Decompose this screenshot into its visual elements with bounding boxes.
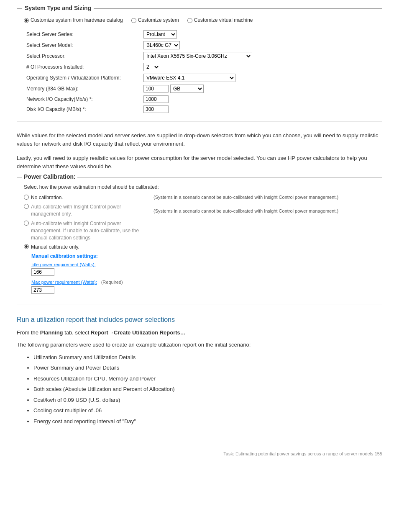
- bullet-item-4: Cost/kwh of 0.09 USD (U.S. dollars): [33, 396, 382, 404]
- radio-auto-cal-only[interactable]: Auto-calibrate with Insight Control powe…: [24, 203, 149, 218]
- radio-icon-vm: [187, 18, 192, 23]
- paragraph-power: Lastly, you will need to supply realisti…: [17, 154, 382, 171]
- radio-icon-manual-cal: [24, 244, 29, 249]
- radio-icon-auto-cal-fallback: [24, 221, 29, 226]
- radio-label-hardware: Customize system from hardware catalog: [31, 17, 123, 23]
- system-type-radio-group: Customize system from hardware catalog C…: [24, 17, 375, 23]
- bullet-item-1: Power Summary and Power Details: [33, 364, 382, 372]
- idle-power-field: Idle power requirement (Watts):: [31, 262, 149, 276]
- bullet-item-3: Both scales (Absolute Utilization and Pe…: [33, 385, 382, 393]
- select-server-model[interactable]: BL460c G7: [143, 41, 180, 49]
- radio-label-system: Customize system: [138, 17, 179, 23]
- input-network-io[interactable]: [143, 95, 169, 103]
- system-fields-table: Select Server Series: ProLiant Select Se…: [24, 29, 375, 114]
- bullet-item-2: Resources Utilization for CPU, Memory an…: [33, 375, 382, 383]
- section-heading: Run a utilization report that includes p…: [17, 316, 382, 324]
- system-type-sizing-box: System Type and Sizing Customize system …: [17, 8, 382, 121]
- radio-no-calibration[interactable]: No calibration.: [24, 194, 149, 201]
- radio-customize-vm[interactable]: Customize virtual machine: [187, 17, 253, 23]
- paragraph-network-io: While values for the selected model and …: [17, 131, 382, 148]
- max-power-label[interactable]: Max power requirement (Watts):: [31, 279, 97, 285]
- note-auto-cal-only: (Systems in a scenario cannot be auto-ca…: [153, 194, 375, 200]
- label-server-series: Select Server Series:: [24, 29, 141, 40]
- radio-icon-system: [131, 18, 136, 23]
- max-power-field: Max power requirement (Watts): (Required…: [31, 279, 149, 293]
- select-memory-unit[interactable]: GB: [170, 85, 204, 93]
- system-box-title: System Type and Sizing: [22, 5, 94, 11]
- input-disk-io[interactable]: [143, 105, 169, 113]
- page-footer: Task: Estimating potential power savings…: [223, 451, 382, 456]
- label-processors-installed: # Of Processors Installed:: [24, 62, 141, 72]
- label-disk-io: Disk I/O Capacity (MB/s) *:: [24, 104, 141, 114]
- radio-customize-system[interactable]: Customize system: [131, 17, 179, 23]
- select-processors-count[interactable]: 2: [143, 63, 160, 71]
- radio-label-auto-cal-only: Auto-calibrate with Insight Control powe…: [31, 203, 149, 218]
- field-processors-installed: # Of Processors Installed: 2: [24, 62, 375, 72]
- select-os-platform[interactable]: VMware ESX 4.1: [143, 74, 235, 82]
- radio-auto-cal-fallback[interactable]: Auto-calibrate with Insight Control powe…: [24, 220, 149, 241]
- radio-label-vm: Customize virtual machine: [194, 17, 253, 23]
- power-calibration-content: No calibration. Auto-calibrate with Insi…: [24, 194, 375, 297]
- required-label: (Required): [101, 280, 123, 285]
- bullet-item-5: Cooling cost multiplier of .06: [33, 406, 382, 415]
- select-server-series[interactable]: ProLiant: [143, 30, 177, 39]
- input-memory[interactable]: [143, 85, 169, 93]
- label-server-model: Select Server Model:: [24, 40, 141, 51]
- radio-manual-cal[interactable]: Manual calibrate only.: [24, 244, 149, 251]
- field-network-io: Network I/O Capacity(Mb/s) *:: [24, 94, 375, 104]
- field-memory: Memory (384 GB Max): GB: [24, 83, 375, 94]
- field-processor: Select Processor: Intel Xeon X5675 Six-C…: [24, 51, 375, 62]
- note-auto-cal-fallback: (Systems in a scenario cannot be auto-ca…: [153, 208, 375, 214]
- max-power-input[interactable]: [31, 286, 54, 294]
- idle-power-label[interactable]: Idle power requirement (Watts):: [31, 262, 149, 267]
- report-menu-label: Report→Create Utilization Reports…: [91, 329, 186, 336]
- radio-label-manual-cal: Manual calibrate only.: [31, 244, 79, 251]
- select-processor[interactable]: Intel Xeon X5675 Six-Core 3.06GHz: [143, 52, 252, 60]
- field-os-platform: Operating System / Virtualization Platfo…: [24, 72, 375, 83]
- label-processor: Select Processor:: [24, 51, 141, 62]
- field-server-model: Select Server Model: BL460c G7: [24, 40, 375, 51]
- bullet-item-0: Utilization Summary and Utilization Deta…: [33, 353, 382, 362]
- manual-settings-title: Manual calibration settings:: [31, 253, 149, 259]
- radio-icon-no-cal: [24, 195, 29, 200]
- power-options-left: No calibration. Auto-calibrate with Insi…: [24, 194, 149, 297]
- bullet-item-6: Energy cost and reporting interval of "D…: [33, 417, 382, 426]
- bullet-list: Utilization Summary and Utilization Deta…: [33, 353, 382, 426]
- power-calibration-subtitle: Select how the power estimation model sh…: [24, 184, 375, 190]
- radio-icon-hardware: [24, 18, 29, 23]
- instruction-text: From the Planning tab, select Report→Cre…: [17, 329, 382, 337]
- field-server-series: Select Server Series: ProLiant: [24, 29, 375, 40]
- radio-label-auto-cal-fallback: Auto-calibrate with Insight Control powe…: [31, 220, 149, 241]
- radio-customize-hardware[interactable]: Customize system from hardware catalog: [24, 17, 123, 23]
- radio-label-no-cal: No calibration.: [31, 194, 63, 201]
- power-notes-right: (Systems in a scenario cannot be auto-ca…: [149, 194, 375, 297]
- label-os-platform: Operating System / Virtualization Platfo…: [24, 72, 141, 83]
- label-memory: Memory (384 GB Max):: [24, 83, 141, 94]
- manual-calibration-settings: Manual calibration settings: Idle power …: [31, 253, 149, 294]
- power-calibration-box: Power Calibration: Select how the power …: [17, 177, 382, 304]
- field-disk-io: Disk I/O Capacity (MB/s) *:: [24, 104, 375, 114]
- planning-tab-label: Planning: [40, 329, 63, 336]
- description-text: The following parameters were used to cr…: [17, 341, 382, 349]
- radio-icon-auto-cal-only: [24, 204, 29, 209]
- idle-power-input[interactable]: [31, 268, 54, 276]
- power-box-title: Power Calibration:: [22, 173, 77, 180]
- label-network-io: Network I/O Capacity(Mb/s) *:: [24, 94, 141, 104]
